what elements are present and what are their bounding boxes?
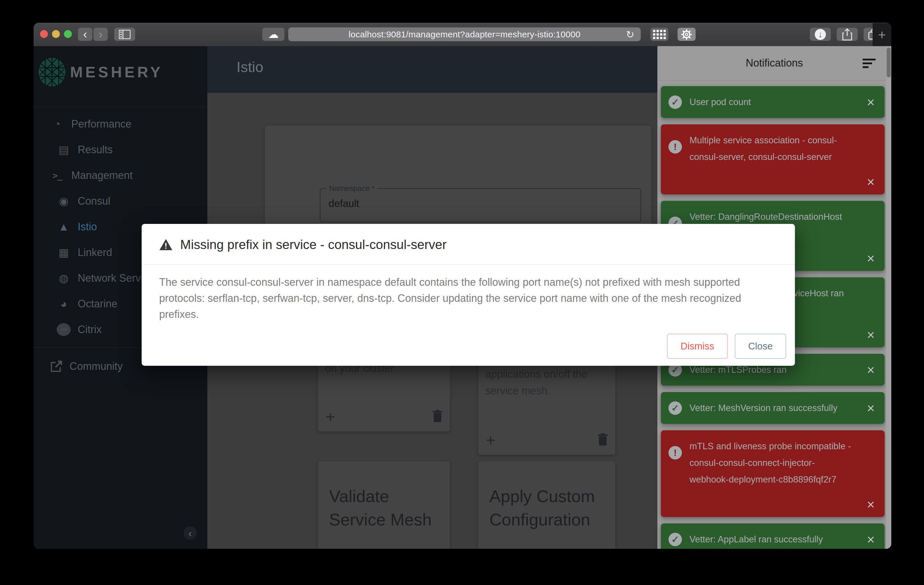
sidebar-collapse-button[interactable]: ‹ — [183, 526, 197, 540]
sidebar-item[interactable]: >_ Management — [34, 163, 207, 188]
check-circle-icon — [668, 96, 682, 109]
downloads-button[interactable]: ↓ — [810, 28, 831, 41]
dialog-divider — [142, 264, 795, 265]
share-button[interactable] — [837, 28, 858, 41]
icloud-tabs-button[interactable]: ☁ — [262, 28, 284, 41]
settings-extension-button[interactable] — [678, 28, 696, 41]
browser-window: ‹ › ☁ localhost:9081/management?adapter=… — [34, 23, 891, 549]
close-icon[interactable]: × — [867, 401, 874, 415]
notifications-filter-icon[interactable] — [863, 59, 876, 70]
sidebar-item-label: Community — [69, 360, 123, 372]
management-terminal-icon: >_ — [50, 170, 64, 181]
forward-button[interactable]: › — [94, 28, 108, 41]
new-tab-button[interactable]: + — [873, 23, 891, 46]
notification-toast: Multiple service association - consul-co… — [661, 124, 884, 194]
page-header: Istio — [207, 46, 657, 93]
cloud-icon: ☁ — [268, 28, 279, 41]
add-icon[interactable]: + — [486, 433, 496, 447]
notification-text: mTLS and liveness probe incompatible - c… — [690, 438, 852, 488]
notification-toast: User pod count × — [661, 86, 884, 118]
address-bar[interactable]: localhost:9081/management?adapter=mesher… — [288, 28, 641, 41]
delete-icon[interactable] — [432, 410, 442, 423]
error-circle-icon — [668, 140, 682, 153]
drawer-divider — [657, 80, 891, 81]
linkerd-icon: ▦ — [57, 246, 71, 259]
sidebar-divider — [34, 107, 207, 107]
window-zoom-button[interactable] — [64, 30, 72, 38]
namespace-label: Namespace * — [326, 184, 378, 193]
validate-card-title: Validate Service Mesh — [329, 484, 441, 531]
add-icon[interactable]: + — [326, 410, 335, 424]
sidebar-item[interactable]: ◉ Consul — [34, 188, 207, 214]
results-document-icon: ▤ — [57, 143, 71, 156]
delete-icon[interactable] — [598, 433, 608, 446]
forward-icon: › — [99, 28, 102, 41]
namespace-value: default — [328, 198, 359, 209]
istio-sail-icon: ▲ — [57, 221, 71, 233]
warning-icon — [159, 239, 173, 251]
close-button[interactable]: Close — [735, 334, 786, 359]
dialog-body: The service consul-consul-server in name… — [159, 274, 774, 322]
sidebar-item-label: Linkerd — [78, 246, 112, 259]
back-button[interactable]: ‹ — [78, 28, 92, 41]
window-minimize-button[interactable] — [52, 30, 60, 38]
error-circle-icon — [668, 446, 682, 460]
sidebar-item-label: Performance — [71, 118, 131, 130]
notification-text: Multiple service association - consul-co… — [690, 132, 852, 165]
notifications-header: Notifications — [657, 46, 891, 80]
close-icon[interactable]: × — [867, 328, 874, 341]
close-icon[interactable]: × — [867, 363, 874, 377]
sidebar-item-label: Octarine — [78, 298, 117, 310]
warning-dialog: Missing prefix in service - consul-consu… — [142, 224, 795, 366]
meshery-logo[interactable]: MESHERY — [34, 54, 207, 90]
external-link-icon — [50, 360, 63, 372]
download-icon: ↓ — [815, 29, 826, 40]
browser-toolbar: ‹ › ☁ localhost:9081/management?adapter=… — [34, 23, 891, 46]
custom-config-card: Apply Custom Configuration — [478, 461, 615, 549]
notification-text: Vetter: MeshVersion ran successfully — [690, 400, 838, 416]
window-close-button[interactable] — [40, 30, 48, 38]
chevron-left-icon: ‹ — [188, 527, 191, 539]
dialog-title: Missing prefix in service - consul-consu… — [180, 237, 447, 252]
desktop: ‹ › ☁ localhost:9081/management?adapter=… — [0, 0, 924, 585]
extensions-grid-button[interactable] — [650, 28, 668, 41]
close-icon[interactable]: × — [867, 96, 874, 109]
sidebar-item-label: Citrix — [78, 323, 102, 336]
close-icon[interactable]: × — [867, 498, 874, 511]
dismiss-button-label: Dismiss — [680, 341, 714, 352]
consul-icon: ◉ — [57, 195, 71, 208]
sidebar-toggle-button[interactable] — [114, 28, 135, 41]
sidebar-item[interactable]: ◔ Performance — [34, 111, 207, 137]
close-icon[interactable]: × — [867, 252, 874, 265]
share-icon — [842, 28, 852, 41]
namespace-field[interactable]: Namespace * default — [320, 188, 641, 222]
back-icon: ‹ — [83, 28, 87, 41]
dismiss-button[interactable]: Dismiss — [667, 334, 728, 359]
url-text: localhost:9081/management?adapter=mesher… — [349, 30, 581, 40]
sidebar-item[interactable]: ▤ Results — [34, 137, 207, 163]
page-title: Istio — [236, 59, 263, 76]
meshery-logo-icon — [38, 58, 66, 87]
notification-toast: Vetter: AppLabel ran successfully × — [661, 523, 884, 549]
refresh-icon[interactable]: ↻ — [626, 29, 635, 40]
custom-config-card-title: Apply Custom Configuration — [490, 484, 607, 531]
plus-icon: + — [878, 27, 886, 43]
close-button-label: Close — [748, 341, 773, 352]
sidebar-item-label: Consul — [78, 195, 111, 207]
gear-icon — [681, 29, 692, 40]
close-icon[interactable]: × — [867, 533, 874, 546]
notification-text: User pod count — [690, 94, 751, 110]
check-circle-icon — [668, 533, 682, 546]
sidebar-toggle-icon — [119, 30, 130, 39]
check-circle-icon — [668, 401, 682, 415]
validate-card: Validate Service Mesh — [318, 461, 450, 549]
octarine-icon: ◕ — [57, 298, 71, 310]
logo-wordmark: MESHERY — [70, 63, 163, 81]
drawer-scrollbar[interactable] — [886, 46, 891, 549]
network-service-mesh-icon: ◍ — [57, 272, 71, 285]
citrix-icon: citrix — [57, 323, 71, 336]
close-icon[interactable]: × — [867, 175, 874, 189]
notification-toast: mTLS and liveness probe incompatible - c… — [661, 430, 884, 517]
sidebar-item-label: Results — [78, 143, 113, 156]
drawer-scrollbar-thumb[interactable] — [887, 48, 891, 77]
